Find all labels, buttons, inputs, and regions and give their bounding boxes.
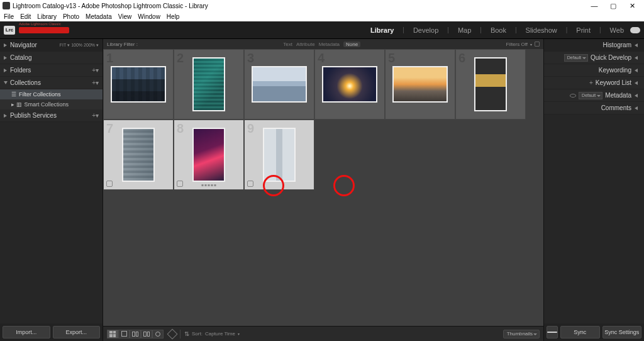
cell-index: 1 — [106, 51, 113, 65]
menu-help[interactable]: Help — [167, 13, 180, 20]
filter-tab-metadata[interactable]: Metadata — [319, 42, 340, 47]
badge-icon — [106, 181, 113, 187]
keywording-header[interactable]: Keywording — [544, 64, 644, 77]
thumbnail-cell[interactable]: 5 — [385, 49, 455, 120]
menu-window[interactable]: Window — [138, 13, 160, 20]
left-panel: Navigator FIT ▾ 100% 200% ▾ Catalog Fold… — [0, 39, 103, 341]
thumbnail-cell[interactable]: 9 — [244, 120, 314, 190]
thumbnail-cell[interactable]: 1 — [103, 49, 174, 120]
export-button[interactable]: Export... — [53, 326, 101, 338]
menu-view[interactable]: View — [118, 13, 132, 20]
minimize-button[interactable]: — — [585, 0, 604, 11]
cell-index: 3 — [247, 51, 254, 65]
module-library[interactable]: Library — [369, 26, 395, 34]
module-map[interactable]: Map — [457, 26, 472, 34]
cell-index: 8 — [177, 121, 184, 136]
menu-bar: FileEditLibraryPhotoMetadataViewWindowHe… — [0, 11, 644, 21]
thumbnail-cell[interactable]: 2 — [174, 49, 244, 120]
filter-tab-none[interactable]: None — [343, 42, 360, 47]
cell-index: 7 — [106, 121, 113, 136]
publish-services-header[interactable]: Publish Services+▾ — [0, 109, 103, 122]
thumbnail-image[interactable] — [192, 57, 225, 111]
keyword-list-header[interactable]: + Keyword List — [544, 77, 644, 89]
thumbnail-cell[interactable]: 3 — [244, 49, 314, 120]
sort-label: Sort: — [192, 331, 203, 337]
thumbnail-image[interactable] — [474, 57, 507, 111]
toolbar: ⇅ Sort: Capture Time ▾ Thumbnails — [103, 326, 543, 341]
thumbnail-image[interactable] — [392, 66, 448, 103]
module-print[interactable]: Print — [575, 26, 592, 34]
sync-settings-button[interactable]: Sync Settings — [602, 326, 642, 338]
collections-header[interactable]: Collections+▾ — [0, 77, 103, 89]
metadata-header[interactable]: Default Metadata — [544, 89, 644, 102]
folders-header[interactable]: Folders+▾ — [0, 64, 103, 77]
module-develop[interactable]: Develop — [412, 26, 440, 34]
filter-tab-text[interactable]: Text — [283, 42, 292, 47]
menu-library[interactable]: Library — [37, 13, 57, 20]
menu-photo[interactable]: Photo — [63, 13, 79, 20]
menu-metadata[interactable]: Metadata — [86, 13, 112, 20]
quick-develop-preset-dropdown[interactable]: Default — [564, 54, 588, 62]
cell-index: 2 — [177, 51, 184, 65]
rating-dots[interactable] — [202, 184, 216, 186]
eye-icon[interactable] — [570, 94, 576, 98]
thumbnail-cell[interactable]: 4 — [314, 49, 385, 120]
lr-badge-icon: Lrc — [4, 26, 15, 35]
module-book[interactable]: Book — [489, 26, 508, 34]
grid-view[interactable]: 123456 789 — [103, 49, 543, 326]
sort-criteria-dropdown[interactable]: Capture Time — [205, 331, 235, 337]
quick-develop-header[interactable]: Default Quick Develop — [544, 52, 644, 64]
window-titlebar: Lightroom Catalog-v13 - Adobe Photoshop … — [0, 0, 644, 11]
right-panel: Histogram Default Quick Develop Keywordi… — [543, 39, 644, 341]
loupe-view-button[interactable] — [118, 330, 130, 338]
painter-tool-button[interactable] — [167, 328, 178, 339]
metadata-preset-dropdown[interactable]: Default — [579, 92, 602, 99]
filter-tab-attribute[interactable]: Attribute — [296, 42, 315, 47]
thumbnail-image[interactable] — [322, 66, 377, 103]
menu-file[interactable]: File — [4, 13, 14, 20]
module-picker-bar: Lrc Library|Develop|Map|Book|Slideshow|P… — [0, 21, 644, 39]
module-web[interactable]: Web — [609, 26, 625, 34]
thumbnail-image[interactable] — [263, 128, 296, 182]
cell-index: 6 — [458, 51, 465, 65]
badge-icon — [247, 181, 253, 187]
thumbnail-image[interactable] — [122, 128, 155, 182]
app-icon — [3, 2, 10, 9]
cell-index: 5 — [388, 51, 395, 65]
histogram-header[interactable]: Histogram — [544, 39, 644, 52]
thumbnail-image[interactable] — [111, 66, 166, 103]
sync-button[interactable]: Sync — [560, 326, 600, 338]
catalog-header[interactable]: Catalog — [0, 52, 103, 64]
sort-direction-button[interactable]: ⇅ — [184, 330, 189, 337]
cell-index: 4 — [318, 51, 325, 65]
maximize-button[interactable]: ▢ — [604, 0, 623, 11]
thumbnail-cell[interactable]: 7 — [103, 120, 174, 190]
cloud-sync-icon[interactable] — [630, 27, 640, 33]
filter-lock-icon[interactable] — [535, 42, 540, 47]
comments-header[interactable]: Comments — [544, 102, 644, 115]
menu-edit[interactable]: Edit — [20, 13, 31, 20]
navigator-header[interactable]: Navigator FIT ▾ 100% 200% ▾ — [0, 39, 103, 52]
module-tabs: Library|Develop|Map|Book|Slideshow|Print… — [369, 26, 625, 34]
people-view-button[interactable] — [152, 330, 164, 338]
grid-view-button[interactable] — [107, 330, 118, 338]
survey-view-button[interactable] — [141, 330, 152, 338]
smart-collections-item[interactable]: ▸ ▥Smart Collections — [0, 99, 103, 109]
close-button[interactable]: ✕ — [623, 0, 641, 11]
import-button[interactable]: Import... — [3, 326, 50, 338]
thumbnail-cell[interactable]: 8 — [174, 120, 244, 190]
thumbnail-cell[interactable]: 6 — [455, 49, 526, 120]
center-area: Library Filter : TextAttributeMetadataNo… — [103, 39, 543, 341]
window-title: Lightroom Catalog-v13 - Adobe Photoshop … — [13, 3, 208, 9]
identity-plate[interactable] — [19, 27, 69, 33]
library-filter-bar: Library Filter : TextAttributeMetadataNo… — [103, 39, 543, 49]
compare-view-button[interactable] — [130, 330, 141, 338]
filters-off-dropdown[interactable]: Filters Off — [506, 42, 528, 47]
thumbnails-size-dropdown[interactable]: Thumbnails — [503, 330, 540, 338]
module-slideshow[interactable]: Slideshow — [525, 26, 558, 34]
filter-collections-field[interactable]: ☰Filter Collections — [0, 89, 103, 99]
sync-switch[interactable] — [547, 326, 558, 338]
thumbnail-image[interactable] — [192, 128, 225, 182]
thumbnail-image[interactable] — [252, 66, 307, 103]
badge-icon — [177, 181, 183, 187]
